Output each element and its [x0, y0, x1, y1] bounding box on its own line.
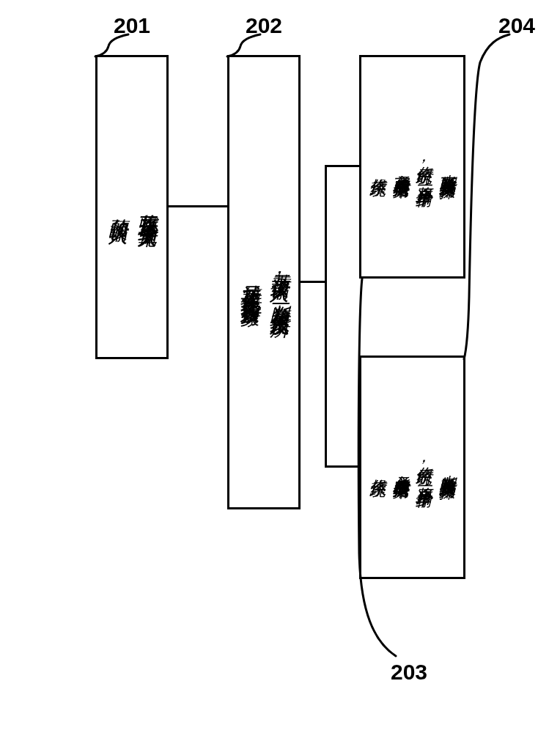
step-203-text: 当判断输入接收对象为第一操 作系统时，将来自至少一个输 入单元的后续输入提供给第…: [366, 154, 460, 180]
leader-201: [88, 33, 139, 62]
connector-201-202: [169, 205, 227, 207]
step-203-box: 当判断输入接收对象为第一操 作系统时，将来自至少一个输 入单元的后续输入提供给第…: [359, 55, 465, 279]
leader-202: [220, 33, 271, 62]
step-202-text: 基于该预设输入，判断第一操作系统以及所 述第二操作系统之一作为输入接收对象: [235, 259, 294, 306]
connector-trunk-203: [325, 165, 359, 167]
step-201-text: 接收来自至少一个输入单元 的预设输入: [103, 199, 162, 216]
step-202-box: 基于该预设输入，判断第一操作系统以及所 述第二操作系统之一作为输入接收对象: [227, 55, 301, 509]
flowchart-canvas: 接收来自至少一个输入单元 的预设输入 基于该预设输入，判断第一操作系统以及所 述…: [0, 0, 560, 733]
connector-202-out: [301, 281, 326, 283]
step-201-box: 接收来自至少一个输入单元 的预设输入: [95, 55, 169, 359]
leader-204: [458, 33, 524, 363]
leader-203: [352, 275, 418, 667]
connector-trunk-vertical: [325, 165, 327, 468]
